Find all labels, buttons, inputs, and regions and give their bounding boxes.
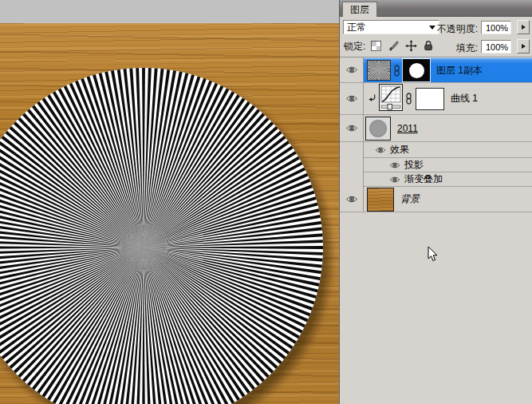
effect-visibility-toggle[interactable] [389,161,400,169]
lock-position-move-icon[interactable] [404,39,417,52]
eye-column-spacer [340,142,364,158]
layer-thumbnail[interactable] [367,60,391,81]
blend-mode-select[interactable]: 正常 [343,20,439,34]
eye-icon [389,161,400,169]
layers-panel: 图层 正常 不透明度: 100% 锁定: [339,0,532,404]
background-thumbnail[interactable] [367,188,394,212]
eye-icon [345,124,358,133]
lock-transparency-icon[interactable] [369,39,382,52]
effects-visibility-toggle[interactable] [375,146,386,154]
layer-list: 图层 1副本 [340,57,532,212]
eye-icon [389,176,400,184]
clipping-mask-arrow-icon [368,94,376,103]
effects-label: 效果 [390,143,409,156]
opacity-label: 不透明度: [437,22,478,36]
eye-icon [345,94,358,103]
effects-header-row[interactable]: 效果 [340,142,532,158]
fill-label: 填充: [456,42,478,55]
layer-thumbnail[interactable] [365,117,391,141]
blend-row: 正常 不透明度: 100% [340,17,532,37]
mouse-cursor-icon [428,246,438,266]
link-icon [405,93,412,105]
radial-burst-pattern [0,0,339,404]
effect-label: 渐变叠加 [404,172,443,186]
effect-label: 投影 [404,158,424,172]
opacity-slider-button[interactable] [517,20,530,34]
visibility-toggle[interactable] [340,187,364,212]
fill-input[interactable]: 100% [481,40,511,53]
layer-name: 背景 [400,192,420,206]
layer-name: 曲线 1 [451,92,478,105]
layer-row-layer1-copy[interactable]: 图层 1副本 [340,57,532,83]
adjustment-mask-thumbnail[interactable] [416,88,444,110]
lock-icons [369,39,435,52]
effect-visibility-toggle[interactable] [389,176,400,184]
layer-mask-thumbnail[interactable] [403,59,430,81]
effect-row-gradient-overlay[interactable]: 渐变叠加 [340,172,532,187]
link-icon [393,65,400,77]
layer-row-2011[interactable]: 2011 [340,115,532,142]
visibility-toggle[interactable] [340,115,364,141]
chevron-right-icon [522,44,526,49]
chevron-down-icon [429,26,435,30]
layer-row-background[interactable]: 背景 [340,187,532,212]
layer-controls: 正常 不透明度: 100% 锁定: [340,17,532,57]
lock-row: 锁定: 填充: 100% [340,37,532,56]
eye-icon [345,65,358,74]
chevron-right-icon [522,25,526,30]
tab-layers[interactable]: 图层 [342,2,377,17]
eye-icon [345,195,358,204]
layer-name: 图层 1副本 [436,64,483,77]
lock-pixels-brush-icon[interactable] [387,39,400,52]
visibility-toggle[interactable] [340,57,364,82]
eye-column-spacer [340,172,364,187]
lock-label: 锁定: [344,40,365,53]
eye-column-spacer [340,158,364,172]
fill-slider-button[interactable] [517,39,530,53]
eye-icon [375,146,386,154]
panel-tab-bar: 图层 [340,0,532,17]
opacity-input[interactable]: 100% [481,21,511,34]
layer-name: 2011 [397,123,418,134]
visibility-toggle[interactable] [340,83,364,114]
lock-all-padlock-icon[interactable] [422,39,435,52]
effect-row-drop-shadow[interactable]: 投影 [340,158,532,172]
blend-mode-value: 正常 [347,21,366,34]
layer-row-curves1[interactable]: 曲线 1 [340,83,532,115]
document-canvas[interactable] [0,0,339,404]
curves-adjustment-thumbnail[interactable] [379,84,403,114]
